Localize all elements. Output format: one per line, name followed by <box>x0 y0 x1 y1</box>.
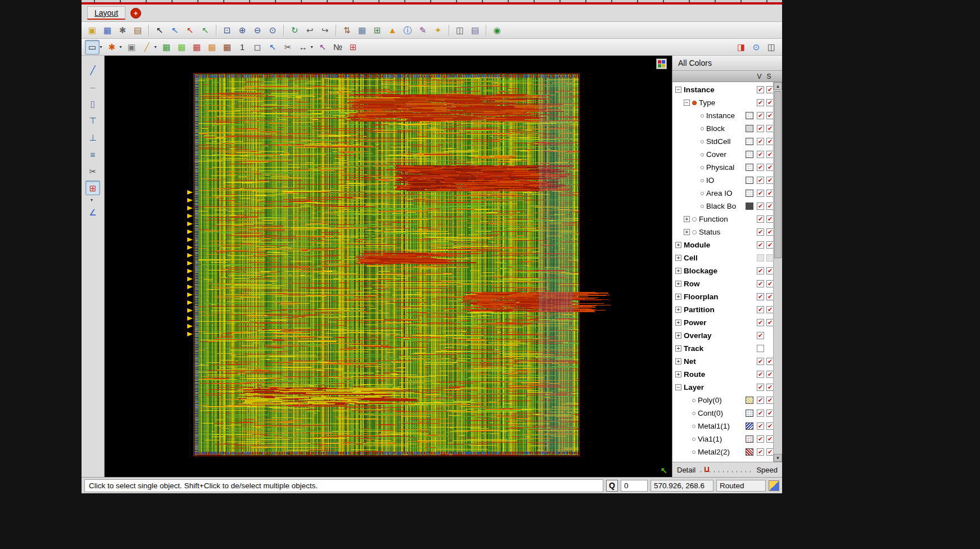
floorplan-select-dropdown[interactable]: ▾ <box>98 44 103 50</box>
chip-layout-view[interactable] <box>105 56 672 477</box>
expander-expand-icon[interactable]: + <box>684 216 690 222</box>
expander-collapse-icon[interactable]: − <box>684 100 690 106</box>
ruler-button[interactable]: ╱ <box>139 40 154 55</box>
tree-row-via1-1[interactable]: Via1(1)✔✔ <box>672 433 774 446</box>
visibility-checkbox[interactable]: ✔ <box>757 99 764 106</box>
wire-width-button[interactable]: – <box>85 79 100 94</box>
tree-row-io[interactable]: IO✔✔ <box>672 174 774 187</box>
settings-button[interactable]: ✱ <box>115 23 130 38</box>
visibility-checkbox[interactable]: ✔ <box>757 202 764 210</box>
edit-pin-button[interactable]: ↖ <box>315 40 330 55</box>
stretch-shape-dropdown[interactable]: ▾ <box>309 44 314 50</box>
expander-expand-icon[interactable]: + <box>675 371 681 377</box>
cut-shape-button[interactable]: ✂ <box>281 40 295 55</box>
expander-expand-icon[interactable]: + <box>675 242 681 248</box>
tree-row-partition[interactable]: +Partition✔✔ <box>672 303 774 316</box>
stretch-shape-button[interactable]: ↔ <box>296 40 310 55</box>
expander-expand-icon[interactable]: + <box>675 268 681 274</box>
visibility-checkbox[interactable] <box>757 254 764 262</box>
tree-row-module[interactable]: +Module✔✔ <box>672 238 774 251</box>
scrollbar-thumb[interactable] <box>774 91 782 258</box>
visibility-checkbox[interactable]: ✔ <box>757 448 764 456</box>
expander-expand-icon[interactable]: + <box>675 345 681 352</box>
zoom-fit-button[interactable]: ⊡ <box>220 23 234 38</box>
create-instance-button[interactable]: ▦ <box>159 40 174 55</box>
tree-row-metal2-2[interactable]: Metal2(2)✔✔ <box>672 446 774 458</box>
design-browser-button[interactable]: ▤ <box>130 23 145 38</box>
visibility-checkbox[interactable]: ✔ <box>757 371 764 378</box>
visibility-checkbox[interactable]: ✔ <box>757 241 764 249</box>
object-attribute-button[interactable]: ✱ <box>105 40 119 55</box>
snap-grid-button[interactable]: ⊞ <box>346 40 360 55</box>
select-area-button[interactable]: ◻ <box>250 40 265 55</box>
add-text-button[interactable]: 1 <box>235 40 250 55</box>
align-bottom-button[interactable]: ⊥ <box>85 130 100 145</box>
tree-row-poly-0[interactable]: Poly(0)✔✔ <box>672 394 774 407</box>
color-palette-icon[interactable] <box>656 58 667 69</box>
next-view-button[interactable]: ↪ <box>318 23 332 38</box>
visibility-checkbox[interactable]: ✔ <box>757 397 764 404</box>
query-count-field[interactable]: 0 <box>621 480 648 492</box>
deselect-all-button[interactable]: ↖ <box>183 23 197 38</box>
create-halo-button[interactable]: ▦ <box>205 40 219 55</box>
distribute-button[interactable]: ≡ <box>85 147 100 161</box>
tree-row-instance[interactable]: −Instance✔✔ <box>672 83 774 96</box>
tab-layout[interactable]: Layout <box>87 6 125 20</box>
previous-view-button[interactable]: ↩ <box>302 23 317 38</box>
tree-row-instance[interactable]: Instance✔✔ <box>672 109 774 122</box>
design-hierarchy-button[interactable]: ⊞ <box>370 23 385 38</box>
tree-row-power[interactable]: +Power✔✔ <box>672 316 774 329</box>
select-net-button[interactable]: ↖ <box>168 23 182 38</box>
visibility-checkbox[interactable]: ✔ <box>757 151 764 158</box>
visibility-checkbox[interactable]: ✔ <box>757 164 764 171</box>
object-attribute-dropdown[interactable]: ▾ <box>118 44 123 50</box>
visibility-checkbox[interactable]: ✔ <box>757 319 764 326</box>
move-tool-button[interactable]: ↖ <box>198 23 213 38</box>
add-tab-button[interactable]: + <box>130 8 141 19</box>
detail-speed-slider[interactable] <box>699 467 752 473</box>
tree-row-floorplan[interactable]: +Floorplan✔✔ <box>672 290 774 303</box>
create-region-button[interactable]: ▦ <box>220 40 234 55</box>
tree-row-black-bo[interactable]: Black Bo✔✔ <box>672 200 774 213</box>
edit-shape-button[interactable]: ↖ <box>265 40 280 55</box>
expander-expand-icon[interactable]: + <box>684 229 690 235</box>
duplicate-button[interactable]: ▣ <box>124 40 139 55</box>
edit-route-button[interactable]: ⊞ <box>85 181 100 195</box>
visibility-checkbox[interactable]: ✔ <box>757 138 764 145</box>
visibility-checkbox[interactable]: ✔ <box>757 228 764 236</box>
redraw-button[interactable]: ↻ <box>287 23 302 38</box>
visibility-checkbox[interactable]: ✔ <box>757 267 764 274</box>
select-mode-button[interactable]: ↖ <box>152 23 167 38</box>
tree-row-cover[interactable]: Cover✔✔ <box>672 148 774 161</box>
visibility-checkbox[interactable]: ✔ <box>757 112 764 119</box>
visibility-checkbox[interactable]: ✔ <box>757 177 764 184</box>
cut-route-button[interactable]: ✂ <box>85 164 100 178</box>
create-module-button[interactable]: ▦ <box>174 40 189 55</box>
tree-row-layer[interactable]: −Layer✔✔ <box>672 381 774 394</box>
visibility-checkbox[interactable]: ✔ <box>757 215 764 223</box>
tree-row-metal1-1[interactable]: Metal1(1)✔✔ <box>672 420 774 433</box>
tree-row-overlay[interactable]: +Overlay✔ <box>672 329 774 342</box>
visibility-checkbox[interactable]: ✔ <box>757 410 764 417</box>
tree-row-physical[interactable]: Physical✔✔ <box>672 161 774 174</box>
expander-expand-icon[interactable]: + <box>675 320 681 326</box>
design-info-button[interactable]: ⓘ <box>400 23 415 38</box>
visibility-checkbox[interactable]: ✔ <box>757 86 764 93</box>
panel-title[interactable]: All Colors <box>672 56 782 71</box>
swap-view-button[interactable]: ⇅ <box>340 23 354 38</box>
expander-expand-icon[interactable]: + <box>675 255 681 261</box>
visibility-checkbox[interactable]: ✔ <box>757 332 764 339</box>
expander-collapse-icon[interactable]: − <box>675 384 681 390</box>
help-globe-button[interactable]: ◉ <box>490 23 504 38</box>
tree-row-cont-0[interactable]: Cont(0)✔✔ <box>672 407 774 420</box>
query-zoom-button[interactable]: ⊙ <box>749 40 764 55</box>
expander-expand-icon[interactable]: + <box>675 358 681 364</box>
expander-collapse-icon[interactable]: − <box>675 87 681 93</box>
zoom-previous-button[interactable]: ⊙ <box>265 23 280 38</box>
measure-angle-button[interactable]: ∠ <box>85 205 100 219</box>
create-wire-button[interactable]: ╱ <box>85 62 100 77</box>
violation-browser-button[interactable]: ▲ <box>385 23 400 38</box>
tree-row-area-io[interactable]: Area IO✔✔ <box>672 187 774 200</box>
visibility-checkbox[interactable]: ✔ <box>757 306 764 313</box>
tree-row-stdcell[interactable]: StdCell✔✔ <box>672 135 774 148</box>
